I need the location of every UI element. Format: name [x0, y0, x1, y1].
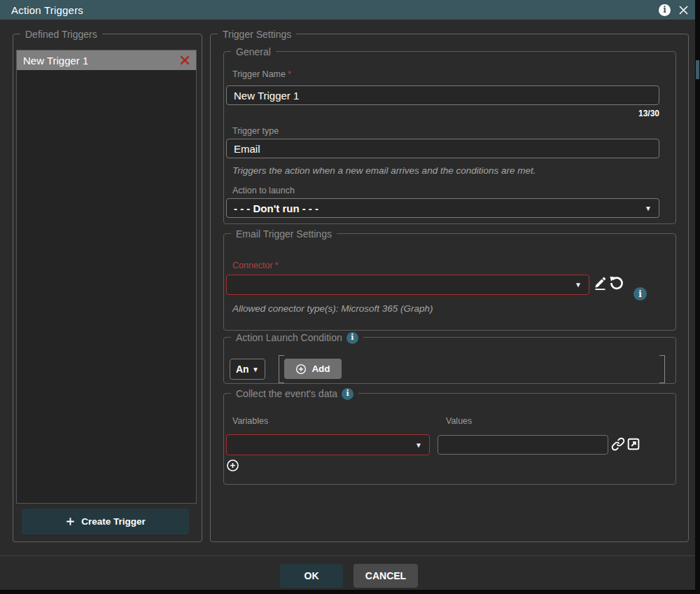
defined-triggers-legend: Defined Triggers	[20, 27, 102, 41]
add-circle-icon	[295, 364, 307, 375]
close-icon[interactable]	[676, 3, 690, 17]
condition-operator-value: And	[236, 364, 248, 375]
connector-select[interactable]: ▼	[226, 275, 589, 295]
create-trigger-button[interactable]: Create Trigger	[22, 509, 189, 534]
trigger-name-label: Trigger Name*	[232, 69, 291, 79]
trigger-list-item[interactable]: New Trigger 1	[17, 50, 196, 70]
dialog-title: Action Triggers	[0, 4, 83, 16]
defined-triggers-panel: Defined Triggers New Trigger 1 Create Tr…	[13, 34, 202, 542]
action-launch-condition-section: Action Launch Condition i And ▼ Add	[223, 337, 676, 384]
trigger-settings-legend: Trigger Settings	[218, 27, 296, 41]
refresh-icon[interactable]	[608, 274, 626, 292]
values-input[interactable]	[438, 435, 608, 455]
right-scrollbar[interactable]	[695, 0, 700, 594]
trigger-type-input[interactable]	[226, 139, 659, 158]
collect-event-data-section: Collect the event's data i Variables Val…	[223, 393, 676, 485]
chevron-down-icon: ▼	[575, 281, 582, 289]
link-icon[interactable]	[610, 436, 626, 452]
external-link-icon[interactable]	[626, 436, 641, 452]
action-triggers-dialog: Action Triggers i Defined Triggers New T…	[0, 0, 700, 594]
ok-button[interactable]: OK	[280, 564, 343, 588]
plus-icon	[65, 516, 76, 527]
scrollbar-thumb[interactable]	[696, 60, 699, 79]
edit-pencil-icon[interactable]	[592, 275, 609, 291]
general-section: General Trigger Name* 13/30 Trigger type…	[223, 51, 676, 224]
chevron-down-icon: ▼	[415, 441, 422, 449]
variables-label: Variables	[232, 416, 268, 426]
footer-divider	[0, 555, 700, 556]
collect-event-data-legend: Collect the event's data i	[231, 387, 358, 401]
create-trigger-label: Create Trigger	[81, 516, 146, 527]
variables-select[interactable]: ▼	[226, 434, 430, 455]
chevron-down-icon: ▼	[252, 366, 259, 373]
values-label: Values	[446, 416, 472, 426]
required-mark: *	[275, 261, 279, 270]
char-counter: 13/30	[226, 109, 659, 118]
delete-trigger-icon[interactable]	[178, 54, 191, 67]
action-to-launch-value: - - - Don't run - - -	[234, 202, 639, 214]
trigger-type-label: Trigger type	[232, 126, 279, 136]
action-to-launch-select[interactable]: - - - Don't run - - - ▼	[226, 198, 659, 218]
bottom-edge	[0, 590, 700, 594]
add-condition-button[interactable]: Add	[284, 359, 342, 379]
connector-hint: Allowed conector type(s): Microsoft 365 …	[232, 303, 433, 314]
condition-operator-select[interactable]: And ▼	[230, 359, 265, 380]
action-launch-condition-legend: Action Launch Condition i	[231, 331, 363, 345]
info-icon[interactable]: i	[346, 332, 358, 344]
add-variable-icon[interactable]	[226, 459, 239, 472]
connector-label: Connector*	[232, 261, 279, 270]
titlebar-actions: i	[659, 0, 690, 20]
general-legend: General	[231, 45, 276, 59]
trigger-settings-panel: Trigger Settings General Trigger Name* 1…	[210, 34, 689, 542]
email-trigger-settings-section: Email Trigger Settings Connector* ▼	[223, 233, 676, 331]
trigger-name-input[interactable]	[226, 85, 659, 105]
info-icon[interactable]: i	[659, 4, 671, 16]
info-icon[interactable]: i	[342, 388, 354, 400]
required-mark: *	[288, 69, 291, 79]
add-condition-label: Add	[312, 364, 330, 374]
trigger-type-hint: Triggers the action when a new email arr…	[232, 165, 536, 176]
dialog-titlebar: Action Triggers i	[0, 0, 700, 20]
trigger-item-label: New Trigger 1	[23, 55, 178, 67]
cancel-button[interactable]: CANCEL	[354, 564, 418, 588]
trigger-list: New Trigger 1	[16, 50, 197, 504]
chevron-down-icon: ▼	[645, 205, 652, 212]
action-to-launch-label: Action to launch	[232, 186, 295, 195]
info-icon[interactable]: i	[634, 287, 647, 301]
email-trigger-settings-legend: Email Trigger Settings	[231, 227, 337, 241]
